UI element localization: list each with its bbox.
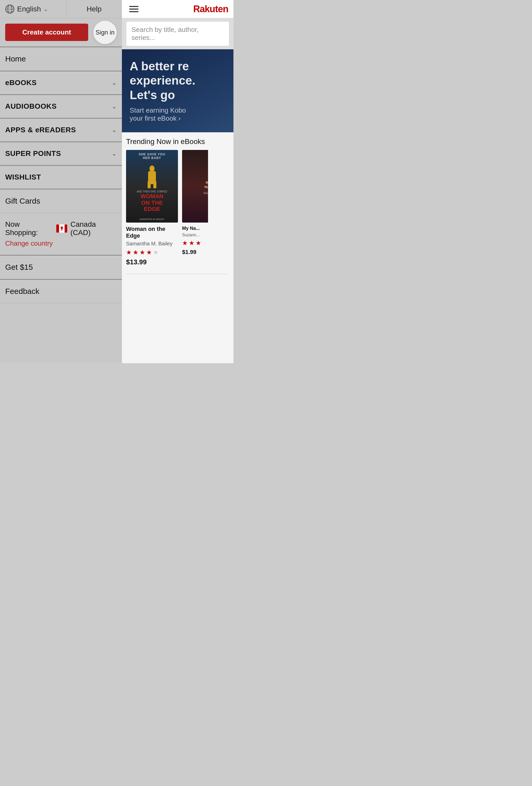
book-title-2: My Na... [182, 226, 208, 231]
star-5: ★ [153, 249, 159, 256]
language-button[interactable]: English ⌄ [0, 0, 66, 18]
canada-flag-icon [56, 224, 67, 233]
top-bar: English ⌄ Help [0, 0, 122, 18]
apps-ereaders-chevron-icon: ⌄ [112, 126, 117, 134]
svg-rect-9 [61, 229, 62, 231]
globe-icon [5, 4, 15, 14]
shopping-label: Now Shopping: Canada (CAD) [5, 220, 117, 237]
book-price-1: $13.99 [126, 258, 178, 266]
book-card-2[interactable]: MyNa... SUZA... My Na... Suzann... ★ ★ ★… [182, 150, 208, 266]
change-country-label: Change country [5, 239, 53, 247]
sidebar-item-ebooks[interactable]: eBOOKS ⌄ [0, 71, 122, 94]
star-1: ★ [126, 249, 132, 256]
auth-row: Create account Sign in [0, 18, 122, 47]
audiobooks-chevron-icon: ⌄ [112, 103, 117, 110]
book-cover-1: SHE GAVE YOUHER BABY [126, 150, 178, 223]
now-shopping-text: Now Shopping: [5, 220, 53, 237]
star-2: ★ [133, 249, 139, 256]
sign-in-label: Sign in [95, 29, 114, 36]
book-author-1: Samantha M. Bailey [126, 241, 178, 247]
audiobooks-label: AUDIOBOOKS [5, 102, 57, 111]
star2-1: ★ [182, 239, 188, 247]
chevron-down-icon: ⌄ [44, 6, 48, 12]
hero-heading: A better re experience. Let's go [130, 59, 195, 102]
star2-2: ★ [189, 239, 194, 247]
country-label: Canada (CAD) [70, 220, 117, 237]
hero-text: A better re experience. Let's go Start e… [130, 59, 195, 122]
main-panel: Rakuten Search by title, author, series.… [122, 0, 233, 363]
search-placeholder: Search by title, author, series... [132, 26, 224, 42]
sidebar-item-get-15[interactable]: Get $15 [0, 255, 122, 279]
star-4: ★ [146, 249, 152, 256]
sidebar-item-super-points[interactable]: SUPER POINTS ⌄ [0, 142, 122, 165]
svg-rect-13 [153, 181, 156, 188]
book-title-1: Woman on the Edge [126, 226, 178, 239]
wishlist-label: WISHLIST [5, 173, 41, 181]
super-points-chevron-icon: ⌄ [112, 150, 117, 157]
sidebar-item-apps-ereaders[interactable]: APPS & eREADERS ⌄ [0, 118, 122, 142]
book-price-2: $1.99 [182, 249, 208, 255]
sign-in-button[interactable]: Sign in [93, 21, 117, 44]
sidebar-item-feedback[interactable]: Feedback [0, 279, 122, 303]
help-label: Help [87, 5, 102, 13]
svg-point-10 [149, 165, 155, 172]
hamburger-button[interactable] [127, 4, 141, 14]
hero-banner: A better re experience. Let's go Start e… [122, 49, 233, 132]
rakuten-logo: Rakuten [193, 4, 228, 15]
ebooks-label: eBOOKS [5, 78, 37, 87]
svg-rect-6 [56, 224, 59, 232]
book-author-2: Suzann... [182, 233, 208, 237]
hamburger-icon-line2 [129, 8, 139, 9]
main-header: Rakuten [122, 0, 233, 18]
app-layout: English ⌄ Help Create account Sign in Ho… [0, 0, 233, 363]
trending-section: Trending Now in eBooks SHE GAVE YOUHER B… [122, 132, 233, 363]
trending-title: Trending Now in eBooks [126, 138, 229, 146]
sidebar-item-audiobooks[interactable]: AUDIOBOOKS ⌄ [0, 94, 122, 118]
star2-3: ★ [195, 239, 201, 247]
change-country-button[interactable]: Change country [5, 239, 53, 248]
home-label: Home [5, 54, 26, 63]
get-15-label: Get $15 [5, 263, 33, 272]
super-points-label: SUPER POINTS [5, 149, 61, 158]
hamburger-icon [129, 6, 139, 7]
sidebar-item-home[interactable]: Home [0, 47, 122, 71]
book-cover-2: MyNa... SUZA... [182, 150, 208, 223]
ebooks-chevron-icon: ⌄ [112, 79, 117, 86]
star-3: ★ [140, 249, 145, 256]
book-stars-1: ★ ★ ★ ★ ★ [126, 249, 178, 256]
hero-cta: Start earning Kobo your first eBook › [130, 106, 195, 122]
feedback-label: Feedback [5, 287, 40, 296]
book-card-1[interactable]: SHE GAVE YOUHER BABY [126, 150, 178, 266]
hamburger-icon-line3 [129, 11, 139, 12]
create-account-label: Create account [22, 28, 71, 36]
svg-rect-7 [65, 224, 67, 232]
shopping-section: Now Shopping: Canada (CAD) Change countr… [0, 213, 122, 255]
divider [126, 274, 229, 274]
search-bar[interactable]: Search by title, author, series... [126, 21, 229, 46]
sidebar: English ⌄ Help Create account Sign in Ho… [0, 0, 122, 363]
svg-rect-12 [147, 181, 151, 188]
book-stars-2: ★ ★ ★ [182, 239, 208, 247]
sidebar-item-wishlist[interactable]: WISHLIST [0, 165, 122, 189]
language-label: English [17, 5, 41, 13]
sidebar-item-gift-cards[interactable]: Gift Cards [0, 189, 122, 213]
books-row: SHE GAVE YOUHER BABY [126, 150, 229, 266]
help-button[interactable]: Help [66, 0, 122, 18]
create-account-button[interactable]: Create account [5, 24, 88, 41]
apps-ereaders-label: APPS & eREADERS [5, 126, 76, 134]
gift-cards-label: Gift Cards [5, 196, 40, 205]
